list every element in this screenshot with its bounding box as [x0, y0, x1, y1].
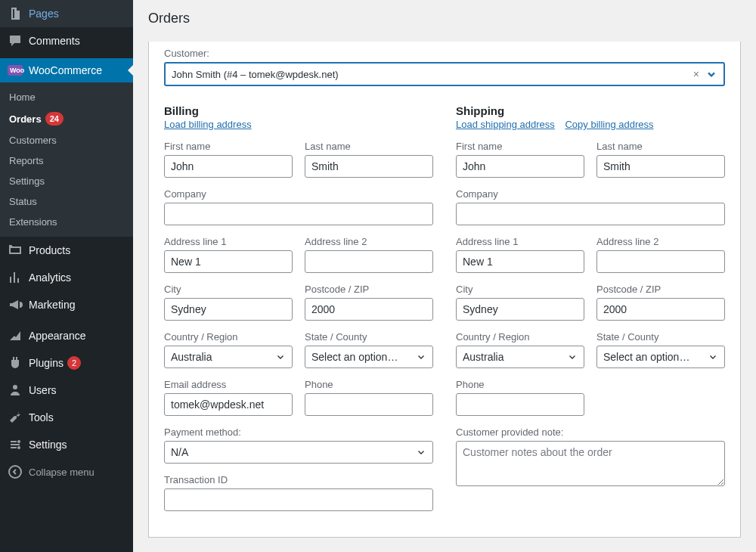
sidebar-item-label: Settings — [29, 439, 67, 451]
products-icon — [8, 243, 23, 258]
billing-first-name-input[interactable] — [164, 155, 293, 178]
shipping-phone-label: Phone — [456, 379, 584, 390]
page-title: Orders — [148, 0, 741, 42]
shipping-last-name-label: Last name — [596, 141, 725, 152]
select-value: Australia — [463, 351, 503, 363]
submenu-item-customers[interactable]: Customers — [0, 130, 133, 150]
submenu-item-reports[interactable]: Reports — [0, 150, 133, 171]
woocommerce-submenu: Home Orders 24 Customers Reports Setting… — [0, 82, 133, 237]
sidebar-item-appearance[interactable]: Appearance — [0, 322, 133, 349]
svg-point-2 — [17, 446, 20, 449]
billing-city-input[interactable] — [164, 298, 293, 321]
billing-title: Billing — [164, 104, 433, 117]
select-value: N/A — [171, 446, 188, 458]
billing-email-label: Email address — [164, 379, 293, 390]
select-value: Australia — [171, 351, 212, 363]
billing-column: Billing Load billing address First name … — [164, 104, 433, 522]
admin-sidebar: Pages Comments Woo WooCommerce Home Orde… — [0, 0, 133, 552]
sidebar-collapse[interactable]: Collapse menu — [0, 458, 133, 485]
shipping-city-input[interactable] — [456, 298, 584, 321]
shipping-first-name-label: First name — [456, 141, 584, 152]
shipping-last-name-input[interactable] — [596, 155, 725, 178]
appearance-icon — [8, 328, 23, 343]
submenu-label: Orders — [9, 113, 42, 125]
shipping-company-input[interactable] — [456, 203, 725, 225]
billing-last-name-input[interactable] — [305, 155, 433, 178]
payment-method-label: Payment method: — [164, 426, 433, 438]
submenu-item-status[interactable]: Status — [0, 191, 133, 212]
billing-company-input[interactable] — [164, 203, 433, 225]
billing-email-input[interactable] — [164, 393, 293, 416]
payment-method-select[interactable]: N/A — [164, 441, 433, 464]
sidebar-item-users[interactable]: Users — [0, 377, 133, 404]
shipping-postcode-label: Postcode / ZIP — [596, 284, 725, 295]
svg-point-0 — [13, 385, 17, 389]
sidebar-item-label: Tools — [29, 411, 54, 423]
chevron-down-icon — [567, 352, 578, 362]
shipping-addr2-label: Address line 2 — [596, 236, 725, 247]
sidebar-item-comments[interactable]: Comments — [0, 27, 133, 54]
svg-point-3 — [9, 466, 21, 478]
sidebar-item-label: Products — [29, 244, 70, 256]
chevron-down-icon — [416, 447, 426, 457]
billing-company-label: Company — [164, 188, 433, 200]
select-value: Select an option… — [311, 351, 398, 363]
billing-addr2-input[interactable] — [305, 250, 433, 273]
orders-badge: 24 — [45, 112, 64, 126]
submenu-item-home[interactable]: Home — [0, 87, 133, 107]
shipping-phone-input[interactable] — [456, 393, 584, 416]
shipping-title: Shipping — [456, 104, 725, 117]
shipping-column: Shipping Load shipping address Copy bill… — [456, 104, 725, 522]
svg-point-1 — [17, 440, 20, 443]
chevron-down-icon — [416, 352, 426, 362]
customer-select[interactable]: John Smith (#4 – tomek@wpdesk.net) × — [164, 62, 725, 86]
sidebar-item-label: Appearance — [29, 330, 86, 342]
billing-postcode-label: Postcode / ZIP — [305, 284, 433, 295]
shipping-city-label: City — [456, 284, 584, 295]
tools-icon — [8, 410, 23, 425]
submenu-item-orders[interactable]: Orders 24 — [0, 107, 133, 130]
billing-state-select[interactable]: Select an option… — [305, 346, 433, 368]
billing-state-label: State / County — [305, 331, 433, 343]
copy-billing-link[interactable]: Copy billing address — [565, 119, 653, 130]
transaction-id-label: Transaction ID — [164, 474, 433, 485]
sidebar-item-tools[interactable]: Tools — [0, 404, 133, 431]
shipping-postcode-input[interactable] — [596, 298, 725, 321]
billing-phone-input[interactable] — [305, 393, 433, 416]
sidebar-item-pages[interactable]: Pages — [0, 0, 133, 27]
chevron-down-icon — [708, 352, 718, 362]
sidebar-item-woocommerce[interactable]: Woo WooCommerce — [0, 58, 133, 82]
woocommerce-icon: Woo — [8, 65, 23, 76]
main-content: Orders Customer: John Smith (#4 – tomek@… — [133, 0, 756, 552]
customer-note-textarea[interactable] — [456, 441, 725, 486]
sidebar-item-plugins[interactable]: Plugins 2 — [0, 349, 133, 377]
shipping-state-select[interactable]: Select an option… — [596, 346, 725, 368]
shipping-company-label: Company — [456, 188, 725, 200]
plugins-badge: 2 — [67, 356, 81, 370]
billing-last-name-label: Last name — [305, 141, 433, 152]
shipping-first-name-input[interactable] — [456, 155, 584, 178]
select-value: Select an option… — [603, 351, 689, 363]
sidebar-item-marketing[interactable]: Marketing — [0, 291, 133, 318]
transaction-id-input[interactable] — [164, 488, 433, 511]
sidebar-item-products[interactable]: Products — [0, 237, 133, 264]
sidebar-item-label: Collapse menu — [29, 467, 94, 478]
billing-country-select[interactable]: Australia — [164, 346, 293, 368]
sidebar-item-settings[interactable]: Settings — [0, 431, 133, 458]
submenu-item-extensions[interactable]: Extensions — [0, 212, 133, 232]
sidebar-item-label: Marketing — [29, 299, 75, 311]
billing-postcode-input[interactable] — [305, 298, 433, 321]
shipping-addr1-input[interactable] — [456, 250, 584, 273]
shipping-addr2-input[interactable] — [596, 250, 725, 273]
settings-icon — [8, 437, 23, 452]
sidebar-item-analytics[interactable]: Analytics — [0, 264, 133, 291]
billing-addr1-input[interactable] — [164, 250, 293, 273]
sidebar-item-label: Analytics — [29, 271, 71, 284]
submenu-item-settings[interactable]: Settings — [0, 171, 133, 191]
customer-note-label: Customer provided note: — [456, 426, 725, 438]
clear-icon[interactable]: × — [693, 68, 699, 80]
chevron-down-icon — [705, 68, 717, 80]
load-shipping-link[interactable]: Load shipping address — [456, 119, 555, 130]
load-billing-link[interactable]: Load billing address — [164, 119, 252, 130]
shipping-country-select[interactable]: Australia — [456, 346, 584, 368]
